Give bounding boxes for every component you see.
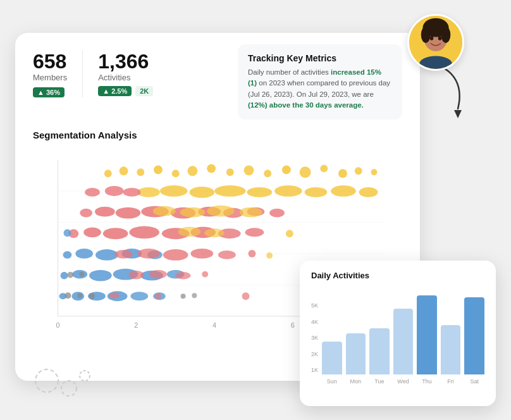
svg-point-76 [61,272,68,280]
svg-point-73 [218,250,236,259]
svg-point-38 [123,188,141,197]
svg-point-41 [116,207,141,219]
svg-point-61 [204,228,225,237]
bar-fri-label: Fri [447,378,454,385]
svg-point-12 [120,166,128,175]
svg-point-25 [355,167,362,175]
members-value: 658 [33,51,67,73]
svg-point-53 [83,227,101,237]
bar-wed-fill [393,309,414,374]
bar-mon-fill [346,333,366,374]
svg-point-83 [149,270,167,279]
tracking-title: Tracking Key Metrics [248,53,392,63]
svg-point-20 [264,170,271,177]
members-label: Members [33,73,67,82]
svg-point-71 [163,249,188,261]
tracking-highlight2: (12%) above the 30 days average. [248,101,364,109]
svg-text:0: 0 [56,321,60,329]
bar-tue-label: Tue [374,378,384,385]
svg-point-55 [129,226,159,238]
svg-point-11 [104,170,112,177]
svg-point-49 [180,207,206,218]
svg-point-112 [61,381,77,396]
svg-point-22 [300,166,311,178]
svg-point-29 [189,187,214,198]
svg-point-101 [192,293,197,298]
svg-point-70 [137,249,160,259]
svg-point-87 [79,272,84,277]
svg-point-48 [153,206,176,216]
svg-point-97 [109,292,120,299]
metrics-row: 658 Members ▲ 36% 1,366 Activities ▲ 2.5… [33,51,183,108]
svg-point-111 [35,369,58,392]
svg-point-94 [65,292,71,299]
svg-point-50 [207,206,235,217]
scene: 658 Members ▲ 36% 1,366 Activities ▲ 2.5… [15,14,496,406]
svg-point-72 [190,249,213,259]
svg-point-108 [438,36,442,40]
svg-point-28 [160,185,188,197]
daily-activities-title: Daily Activities [311,271,484,280]
members-badge: ▲ 36% [33,87,65,97]
activities-badge2: 2K [135,86,153,96]
svg-point-15 [172,170,180,177]
bar-wed: Wed [393,309,414,385]
svg-point-69 [115,250,133,259]
daily-activities-card: Daily Activities 5K 4K 3K 2K 1K Sun [300,261,496,406]
bar-thu: Thu [417,295,437,385]
activities-label: Activities [98,73,153,82]
tracking-text: Daily number of activities increased 15%… [248,67,392,111]
svg-point-18 [226,168,234,176]
svg-point-75 [266,252,273,259]
bar-mon-label: Mon [350,378,362,385]
avatar [407,14,464,71]
svg-point-19 [244,165,254,175]
svg-point-64 [63,251,72,259]
members-metric: 658 Members ▲ 36% [33,51,83,97]
svg-text:4: 4 [212,321,216,329]
svg-point-62 [286,230,293,237]
bar-wed-label: Wed [397,378,409,385]
svg-point-99 [242,292,250,300]
bar-sun-fill [322,342,342,374]
bar-sun-label: Sun [327,378,337,385]
svg-point-32 [274,185,302,197]
svg-point-30 [214,185,245,197]
svg-point-31 [247,187,273,197]
bar-thu-label: Thu [422,378,432,385]
svg-point-74 [249,250,256,257]
activities-metric: 1,366 Activities ▲ 2.5% 2K [98,51,168,96]
svg-point-34 [331,185,356,197]
svg-point-24 [338,169,347,178]
svg-point-33 [305,187,328,197]
svg-point-63 [64,229,71,237]
bar-mon: Mon [346,333,366,385]
svg-point-14 [154,165,163,174]
svg-point-39 [80,209,92,218]
svg-point-106 [441,27,450,43]
svg-point-35 [359,187,378,197]
svg-point-26 [371,169,378,175]
svg-point-16 [187,166,197,176]
svg-point-47 [269,209,285,218]
y-label-3k: 3K [311,335,318,341]
activities-badge: ▲ 2.5% [98,86,132,96]
svg-point-113 [80,371,90,381]
svg-point-105 [421,27,431,43]
activities-value: 1,366 [98,51,153,73]
svg-text:6: 6 [291,321,295,329]
svg-point-98 [155,293,161,299]
svg-point-40 [95,207,115,217]
svg-point-96 [89,293,95,299]
bar-sun: Sun [322,342,342,385]
svg-point-86 [67,272,73,278]
svg-point-13 [137,168,144,176]
svg-point-17 [207,164,216,173]
svg-point-21 [282,165,291,174]
svg-point-78 [89,270,112,281]
svg-point-107 [430,36,434,40]
tracking-box: Tracking Key Metrics Daily number of act… [238,44,402,120]
bar-tue-fill [369,328,390,374]
bar-fri-fill [441,325,461,374]
svg-point-54 [103,228,128,239]
